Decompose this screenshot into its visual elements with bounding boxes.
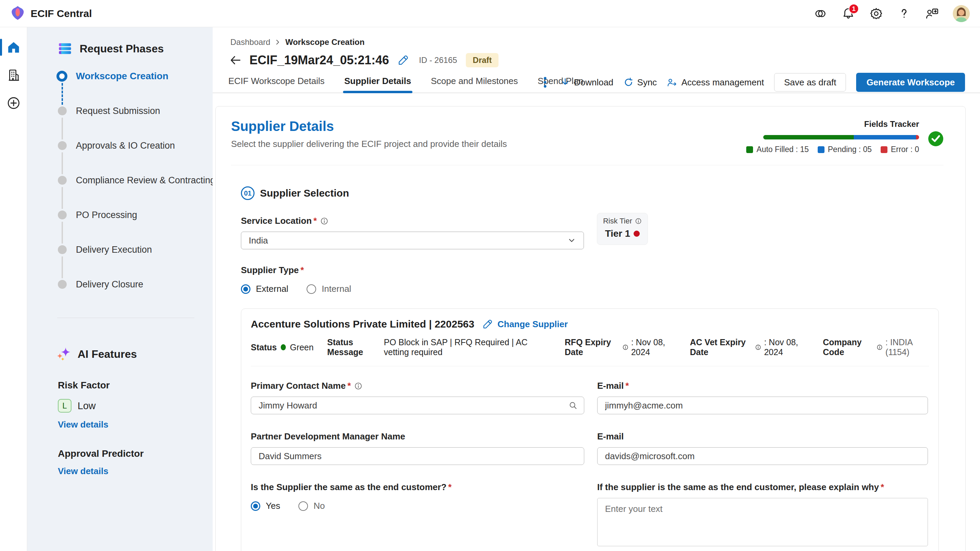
phase-step-delivery-closure[interactable]: Delivery Closure [27,279,213,314]
panel-divider [231,165,943,165]
change-supplier-edit-icon[interactable] [482,319,493,329]
legend-pending-swatch [818,146,824,153]
rail-home-button[interactable] [0,33,27,61]
ac-vet-expiry-label: AC Vet Expiry Date [690,337,753,357]
same-as-end-customer-label: Is the Supplier the same as the end cust… [251,482,452,492]
fields-tracker-bar [763,135,919,140]
user-avatar[interactable] [953,5,970,22]
legend-autofilled-swatch [746,146,753,153]
sync-button[interactable]: Sync [624,77,657,88]
explain-why-label: If the supplier is the same as the end c… [597,482,884,492]
explain-why-textarea[interactable] [597,498,928,546]
rail-add-button[interactable] [0,89,27,117]
change-supplier-link[interactable]: Change Supplier [498,319,568,330]
breadcrumb-current: Workscope Creation [285,37,364,47]
rail-organization-button[interactable] [0,61,27,89]
phase-step-workscope-creation[interactable]: Workscope Creation [27,71,213,105]
phase-step-request-submission[interactable]: Request Submission [27,105,213,140]
phase-stepper: Workscope Creation Request Submission Ap… [27,71,213,314]
radio-indicator [298,501,308,511]
phase-step-compliance-review[interactable]: Compliance Review & Contracting [27,175,213,210]
tracker-pending-segment [854,135,916,140]
sidebar-divider [57,318,194,318]
primary-contact-name-input[interactable] [251,397,584,414]
supplier-type-label: Supplier Type [241,265,304,275]
access-management-icon [667,77,677,87]
legend-error-swatch [881,146,888,153]
pdm-name-input[interactable] [251,447,584,465]
section-title: Supplier Selection [260,187,349,199]
phase-step-approvals-io-creation[interactable]: Approvals & IO Creation [27,140,213,175]
info-icon[interactable] [320,217,328,225]
step-indicator [58,245,67,254]
step-indicator [58,280,67,289]
copilot-icon[interactable] [813,6,827,21]
save-as-draft-button[interactable]: Save as draft [774,73,846,92]
supplier-status-label: Status [251,343,277,353]
chevron-down-icon [567,236,576,245]
building-icon [7,68,21,82]
primary-email-input[interactable] [597,397,928,414]
info-icon[interactable] [877,343,883,351]
download-icon [560,78,570,87]
edit-title-icon[interactable] [398,55,409,66]
company-code-label: Company Code [823,337,874,357]
tab-ecif-workscope-details[interactable]: ECIF Workscope Details [228,76,325,92]
app-logo [10,5,25,22]
breadcrumb-dashboard[interactable]: Dashboard [231,37,270,47]
step-indicator [58,141,67,150]
supplier-status-value: Green [290,343,313,353]
settings-gear-icon[interactable] [869,6,883,21]
status-message-label: Status Message [327,337,380,357]
panel-title: Supplier Details [231,119,507,134]
ai-features-title: AI Features [78,348,137,360]
access-management-button[interactable]: Access management [667,77,764,88]
supplier-details-panel: Supplier Details Select the supplier del… [215,106,966,551]
breadcrumb-chevron-icon [274,38,282,46]
tab-scope-and-milestones[interactable]: Scope and Milestones [431,76,518,92]
main-content: Dashboard Workscope Creation ECIF_19Mar2… [213,27,980,551]
info-icon[interactable] [354,382,363,390]
approval-view-details-link[interactable]: View details [58,466,108,476]
generate-workscope-button[interactable]: Generate Workscope [856,73,965,92]
help-icon[interactable] [897,6,911,21]
info-icon[interactable] [755,343,761,351]
back-arrow-icon[interactable] [229,54,242,67]
phase-step-delivery-execution[interactable]: Delivery Execution [27,244,213,279]
tracker-complete-check-icon [928,131,943,148]
service-location-select[interactable]: India [241,232,584,249]
supplier-type-internal-radio[interactable]: Internal [307,284,351,294]
more-options-kebab-icon[interactable] [540,76,550,89]
status-badge: Draft [466,53,498,67]
ai-sparkle-icon [56,346,72,362]
download-button[interactable]: Download [560,77,614,88]
feedback-icon[interactable] [925,6,939,21]
radio-indicator [241,284,250,294]
page-title-row: ECIF_19Mar24_05:21:46 ID - 26165 Draft [229,53,980,67]
info-icon[interactable] [635,218,642,224]
risk-tier-label: Risk Tier [603,217,632,225]
notifications-bell-icon[interactable]: 1 [841,6,856,21]
pdm-email-input[interactable] [597,447,928,465]
rfq-expiry-value: : Nov 08, 2024 [631,337,676,357]
step-indicator [56,71,67,82]
primary-email-label: E-mail [597,381,629,391]
tab-supplier-details[interactable]: Supplier Details [344,76,411,92]
ac-vet-expiry-value: : Nov 08, 2024 [764,337,809,357]
same-customer-yes-radio[interactable]: Yes [251,501,280,511]
selected-supplier-card: Accenture Solutions Private Limited | 22… [241,308,939,551]
risk-view-details-link[interactable]: View details [58,419,108,430]
app-rail [0,27,27,551]
same-customer-no-radio[interactable]: No [298,501,325,511]
supplier-type-external-radio[interactable]: External [241,284,288,294]
top-app-bar: ECIF Central 1 [0,0,980,27]
request-phases-sidebar: Request Phases Workscope Creation Reques… [27,27,213,551]
search-icon [569,401,578,411]
rfq-expiry-label: RFQ Expiry Date [565,337,620,357]
step-indicator [58,106,67,115]
info-icon[interactable] [622,343,628,351]
plus-circle-icon [6,96,21,110]
approval-predictor-title: Approval Predictor [58,448,213,459]
step-indicator [58,176,67,185]
phase-step-po-processing[interactable]: PO Processing [27,210,213,244]
